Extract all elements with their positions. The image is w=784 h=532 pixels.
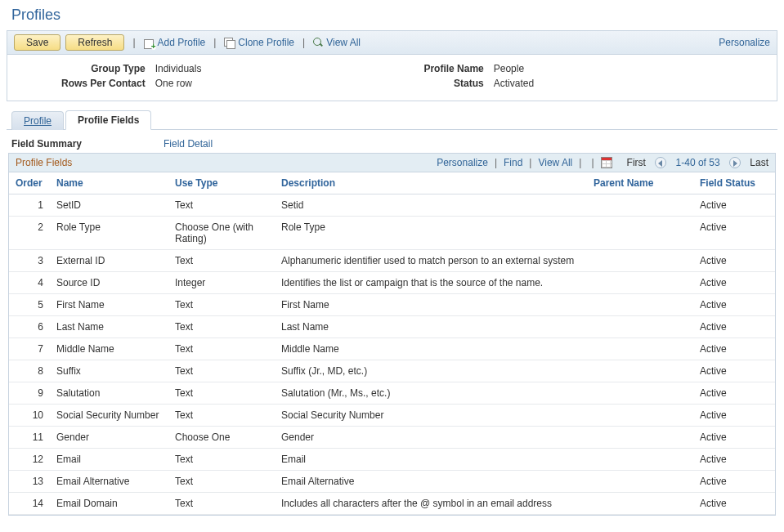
personalize-link[interactable]: Personalize xyxy=(719,37,770,48)
cell-order: 12 xyxy=(9,449,50,471)
cell-name[interactable]: Last Name xyxy=(50,316,168,338)
page-title: Profiles xyxy=(7,3,777,30)
cell-use-type: Text xyxy=(168,316,275,338)
cell-name[interactable]: External ID xyxy=(50,250,168,272)
cell-use-type: Text xyxy=(168,360,275,382)
clone-profile-label: Clone Profile xyxy=(238,37,294,48)
cell-use-type: Choose One (with Rating) xyxy=(168,217,275,250)
separator: | xyxy=(210,37,219,48)
col-parent-name-header[interactable]: Parent Name xyxy=(587,172,693,194)
cell-field-status: Active xyxy=(693,338,775,360)
cell-field-status: Active xyxy=(693,427,775,449)
cell-name[interactable]: Email Domain xyxy=(50,493,168,515)
cell-description: Middle Name xyxy=(275,338,587,360)
grid-scroll-area[interactable]: Order Name Use Type Description Parent N… xyxy=(9,172,775,515)
cell-order: 1 xyxy=(9,194,50,217)
cell-use-type: Text xyxy=(168,338,275,360)
col-use-type-header[interactable]: Use Type xyxy=(168,172,275,194)
col-order-header[interactable]: Order xyxy=(9,172,50,194)
cell-field-status: Active xyxy=(693,217,775,250)
cell-description: Role Type xyxy=(275,217,587,250)
refresh-button[interactable]: Refresh xyxy=(65,34,124,51)
view-all-link[interactable]: View All xyxy=(313,37,361,48)
tab-profile-fields[interactable]: Profile Fields xyxy=(65,110,151,130)
cell-name[interactable]: SetID xyxy=(50,194,168,217)
save-button[interactable]: Save xyxy=(14,34,60,51)
cell-use-type: Text xyxy=(168,382,275,405)
cell-name[interactable]: Source ID xyxy=(50,272,168,294)
table-row: 12EmailTextEmailActive xyxy=(9,449,775,471)
grid-range[interactable]: 1-40 of 53 xyxy=(676,157,720,168)
cell-name[interactable]: First Name xyxy=(50,294,168,316)
status-label: Status xyxy=(419,76,488,91)
cell-description: First Name xyxy=(275,294,587,316)
cell-use-type: Choose One xyxy=(168,427,275,449)
cell-field-status: Active xyxy=(693,493,775,515)
table-row: 13Email AlternativeTextEmail Alternative… xyxy=(9,471,775,493)
grid-find-link[interactable]: Find xyxy=(504,157,522,168)
cell-field-status: Active xyxy=(693,382,775,405)
cell-use-type: Text xyxy=(168,294,275,316)
cell-order: 2 xyxy=(9,217,50,250)
cell-parent-name xyxy=(587,471,693,493)
cell-use-type: Text xyxy=(168,194,275,217)
cell-name[interactable]: Suffix xyxy=(50,360,168,382)
cell-order: 8 xyxy=(9,360,50,382)
cell-use-type: Text xyxy=(168,493,275,515)
next-page-icon[interactable] xyxy=(729,157,741,168)
col-name-header[interactable]: Name xyxy=(50,172,168,194)
cell-name[interactable]: Middle Name xyxy=(50,338,168,360)
field-summary-tab[interactable]: Field Summary xyxy=(11,138,82,150)
cell-field-status: Active xyxy=(693,449,775,471)
view-all-label: View All xyxy=(326,37,361,48)
cell-parent-name xyxy=(587,449,693,471)
col-description-header[interactable]: Description xyxy=(275,172,587,194)
cell-description: Email Alternative xyxy=(275,471,587,493)
main-container: Save Refresh | Add Profile | Clone Profi… xyxy=(7,30,777,101)
clone-profile-link[interactable]: Clone Profile xyxy=(224,37,294,48)
cell-order: 10 xyxy=(9,405,50,427)
cell-order: 14 xyxy=(9,493,50,515)
table-row: 4Source IDIntegerIdentifies the list or … xyxy=(9,272,775,294)
cell-field-status: Active xyxy=(693,194,775,217)
cell-parent-name xyxy=(587,493,693,515)
grid-personalize-link[interactable]: Personalize xyxy=(437,157,488,168)
search-icon xyxy=(313,38,323,47)
cell-name[interactable]: Role Type xyxy=(50,217,168,250)
cell-name[interactable]: Social Security Number xyxy=(50,405,168,427)
status-value: Activated xyxy=(489,76,539,91)
prev-page-icon[interactable] xyxy=(655,157,666,168)
cell-parent-name xyxy=(587,360,693,382)
cell-description: Social Security Number xyxy=(275,405,587,427)
download-icon[interactable] xyxy=(601,157,612,168)
field-detail-tab[interactable]: Field Detail xyxy=(164,138,213,150)
table-row: 6Last NameTextLast NameActive xyxy=(9,316,775,338)
cell-name[interactable]: Email xyxy=(50,449,168,471)
cell-name[interactable]: Gender xyxy=(50,427,168,449)
cell-use-type: Text xyxy=(168,471,275,493)
cell-description: Salutation (Mr., Ms., etc.) xyxy=(275,382,587,405)
cell-parent-name xyxy=(587,250,693,272)
cell-field-status: Active xyxy=(693,272,775,294)
cell-order: 11 xyxy=(9,427,50,449)
cell-description: Identifies the list or campaign that is … xyxy=(275,272,587,294)
grid-last-link[interactable]: Last xyxy=(750,157,768,168)
cell-field-status: Active xyxy=(693,316,775,338)
grid-view-all-link[interactable]: View All xyxy=(538,157,572,168)
cell-use-type: Integer xyxy=(168,272,275,294)
profile-name-value: People xyxy=(489,61,539,76)
table-row: 2Role TypeChoose One (with Rating)Role T… xyxy=(9,217,775,250)
cell-name[interactable]: Salutation xyxy=(50,382,168,405)
grid-title-bar: Profile Fields Personalize | Find | View… xyxy=(9,154,775,172)
separator: | xyxy=(129,37,138,48)
tab-profile[interactable]: Profile xyxy=(11,111,64,130)
cell-name[interactable]: Email Alternative xyxy=(50,471,168,493)
cell-parent-name xyxy=(587,294,693,316)
table-row: 8SuffixTextSuffix (Jr., MD, etc.)Active xyxy=(9,360,775,382)
grid-first-link[interactable]: First xyxy=(627,157,646,168)
profile-fields-table: Order Name Use Type Description Parent N… xyxy=(9,172,775,515)
add-profile-link[interactable]: Add Profile xyxy=(144,37,206,48)
table-row: 1SetIDTextSetidActive xyxy=(9,194,775,217)
separator: | xyxy=(299,37,308,48)
col-field-status-header[interactable]: Field Status xyxy=(693,172,775,194)
